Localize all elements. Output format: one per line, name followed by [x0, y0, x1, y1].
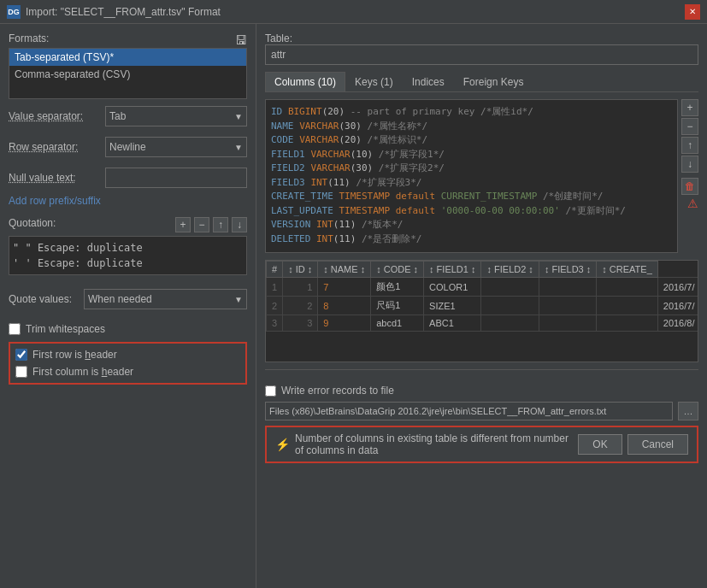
- add-column-button[interactable]: +: [681, 99, 698, 116]
- move-down-column-button[interactable]: ↓: [681, 156, 698, 173]
- null-value-row: Null value text:: [9, 168, 247, 188]
- bottom-area: Write error records to file … ⚡ Number o…: [265, 385, 698, 463]
- action-buttons: OK Cancel: [578, 434, 688, 455]
- null-value-input[interactable]: [105, 168, 247, 188]
- error-path-input[interactable]: [265, 402, 673, 420]
- row-separator-dropdown[interactable]: Newline ▼: [105, 137, 247, 157]
- add-prefix-link[interactable]: Add row prefix/suffix: [9, 195, 247, 207]
- table-row: 3 3 9 abcd1 ABC1 2016/8/: [267, 315, 699, 332]
- move-up-column-button[interactable]: ↑: [681, 137, 698, 154]
- value-separator-dropdown[interactable]: Tab ▼: [105, 106, 247, 126]
- tab-keys[interactable]: Keys (1): [345, 72, 403, 91]
- app-icon: DG: [7, 5, 21, 19]
- formats-list: Tab-separated (TSV)* Comma-separated (CS…: [9, 48, 247, 99]
- first-row-header-label: First row is header: [32, 349, 117, 361]
- write-error-row: Write error records to file: [265, 385, 698, 397]
- first-row-header-checkbox[interactable]: [15, 349, 27, 361]
- chevron-down-icon: ▼: [234, 112, 243, 121]
- title-bar: DG Import: "SELECT__FROM_attr.tsv" Forma…: [0, 0, 707, 24]
- first-column-header-row: First column is header: [15, 366, 240, 378]
- col-field1: ↕ FIELD1 ↕: [424, 262, 481, 278]
- write-error-checkbox[interactable]: [265, 385, 276, 397]
- quotation-list: " " Escape: duplicate ' ' Escape: duplic…: [9, 236, 247, 275]
- write-error-label: Write error records to file: [281, 385, 394, 397]
- sql-editor[interactable]: ID BIGINT(20) -- part of primary key /*属…: [265, 99, 678, 253]
- quotation-item-2[interactable]: ' ' Escape: duplicate: [13, 256, 243, 271]
- move-up-quotation-button[interactable]: ↑: [213, 217, 228, 232]
- tab-columns[interactable]: Columns (10): [265, 72, 345, 91]
- quotation-label: Quotation:: [9, 217, 56, 229]
- ok-button[interactable]: OK: [578, 434, 622, 455]
- data-table-container[interactable]: # ↕ ID ↕ ↕ NAME ↕ ↕ CODE ↕ ↕ FIELD1 ↕ ↕ …: [265, 260, 698, 362]
- warning-icon: ⚠: [687, 197, 698, 210]
- trim-whitespaces-checkbox[interactable]: [9, 323, 21, 335]
- col-name: ↕ NAME ↕: [318, 262, 371, 278]
- remove-column-button[interactable]: −: [681, 118, 698, 135]
- first-row-header-row: First row is header: [15, 349, 240, 361]
- table-label: Table:: [265, 32, 698, 44]
- row-num: 2: [267, 297, 283, 315]
- quote-values-label: Quote values:: [9, 293, 77, 305]
- title-bar-left: DG Import: "SELECT__FROM_attr.tsv" Forma…: [7, 5, 221, 19]
- col-id: ↕ ID ↕: [283, 262, 318, 278]
- table-name-section: Table:: [265, 32, 698, 65]
- horizontal-scrollbar[interactable]: [265, 369, 698, 378]
- checkbox-section: Trim whitespaces First row is header Fir…: [9, 323, 247, 385]
- header-checkboxes-box: First row is header First column is head…: [9, 342, 247, 385]
- formats-section: Formats: 🖫 Tab-separated (TSV)* Comma-se…: [9, 32, 247, 99]
- data-table: # ↕ ID ↕ ↕ NAME ↕ ↕ CODE ↕ ↕ FIELD1 ↕ ↕ …: [266, 261, 698, 332]
- editor-area: ID BIGINT(20) -- part of primary key /*属…: [265, 99, 698, 253]
- browse-button[interactable]: …: [678, 402, 698, 420]
- chevron-down-icon-3: ▼: [234, 295, 243, 304]
- row-num: 1: [267, 278, 283, 297]
- trim-whitespaces-row: Trim whitespaces: [9, 323, 247, 335]
- delete-column-button[interactable]: 🗑: [681, 178, 698, 195]
- null-value-label: Null value text:: [9, 172, 98, 184]
- left-panel: Formats: 🖫 Tab-separated (TSV)* Comma-se…: [0, 24, 256, 588]
- quotation-section: Quotation: + − ↑ ↓ " " Escape: duplicate…: [9, 217, 247, 275]
- chevron-down-icon-2: ▼: [234, 143, 243, 152]
- first-column-header-checkbox[interactable]: [15, 366, 27, 378]
- cancel-button[interactable]: Cancel: [627, 434, 688, 455]
- table-name-input[interactable]: [265, 44, 698, 65]
- dialog-title: Import: "SELECT__FROM_attr.tsv" Format: [26, 6, 221, 18]
- tab-indices[interactable]: Indices: [403, 72, 454, 91]
- warning-text: Number of columns in existing table is d…: [295, 432, 578, 456]
- error-path-row: …: [265, 402, 698, 420]
- trim-whitespaces-label: Trim whitespaces: [26, 323, 105, 335]
- quotation-header: Quotation: + − ↑ ↓: [9, 217, 247, 232]
- main-content: Formats: 🖫 Tab-separated (TSV)* Comma-se…: [0, 24, 707, 588]
- quote-values-row: Quote values: When needed ▼: [9, 289, 247, 309]
- col-code: ↕ CODE ↕: [371, 262, 424, 278]
- warning-message: ⚡ Number of columns in existing table is…: [275, 432, 578, 456]
- quotation-controls: + − ↑ ↓: [175, 217, 247, 232]
- remove-quotation-button[interactable]: −: [194, 217, 209, 232]
- format-tsv[interactable]: Tab-separated (TSV)*: [9, 49, 246, 66]
- col-field2: ↕ FIELD2 ↕: [481, 262, 539, 278]
- row-num: 3: [267, 315, 283, 332]
- quotation-item-1[interactable]: " " Escape: duplicate: [13, 240, 243, 256]
- col-field3: ↕ FIELD3 ↕: [539, 262, 596, 278]
- row-separator-row: Row separator: Newline ▼: [9, 137, 247, 157]
- close-button[interactable]: ✕: [685, 4, 700, 20]
- row-separator-label: Row separator:: [9, 141, 98, 153]
- formats-label: Formats:: [9, 32, 49, 44]
- quote-values-dropdown[interactable]: When needed ▼: [84, 289, 247, 309]
- move-down-quotation-button[interactable]: ↓: [232, 217, 247, 232]
- right-panel: Table: Columns (10) Keys (1) Indices For…: [256, 24, 707, 588]
- lightning-icon: ⚡: [275, 438, 290, 451]
- first-column-header-label: First column is header: [32, 366, 133, 378]
- format-csv[interactable]: Comma-separated (CSV): [9, 66, 246, 83]
- table-row: 2 2 8 尺码1 SIZE1 2016/7/: [267, 297, 699, 315]
- col-hash: #: [267, 262, 283, 278]
- formats-header: Formats: 🖫: [9, 32, 247, 48]
- table-row: 1 1 7 颜色1 COLOR1 2016/7/: [267, 278, 699, 297]
- value-separator-label: Value separator:: [9, 110, 98, 122]
- formats-save-icon[interactable]: 🖫: [235, 33, 247, 47]
- tab-foreign-keys[interactable]: Foreign Keys: [454, 72, 533, 91]
- col-create: ↕ CREATE_: [597, 262, 657, 278]
- action-bar: ⚡ Number of columns in existing table is…: [265, 426, 698, 463]
- tabs-bar: Columns (10) Keys (1) Indices Foreign Ke…: [265, 72, 698, 92]
- editor-buttons: + − ↑ ↓ 🗑 ⚠: [681, 99, 698, 253]
- add-quotation-button[interactable]: +: [175, 217, 191, 232]
